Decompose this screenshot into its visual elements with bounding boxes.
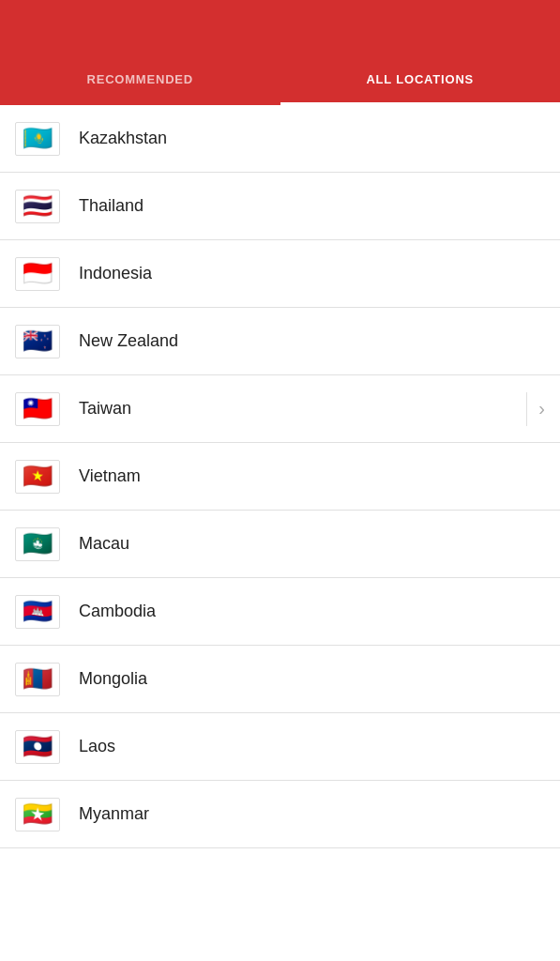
location-name-vietnam: Vietnam [79, 466, 545, 486]
location-item-thailand[interactable]: 🇹🇭Thailand [0, 173, 560, 240]
location-item-vietnam[interactable]: 🇻🇳Vietnam [0, 443, 560, 511]
location-item-macau[interactable]: 🇲🇴Macau [0, 511, 560, 578]
submenu-divider [526, 392, 527, 426]
location-name-myanmar: Myanmar [79, 804, 545, 824]
flag-new_zealand: 🇳🇿 [15, 325, 60, 358]
app-header [0, 0, 560, 56]
location-name-thailand: Thailand [79, 196, 545, 216]
tab-all-locations[interactable]: ALL LOCATIONS [280, 56, 561, 102]
tab-recommended[interactable]: RECOMMENDED [0, 56, 280, 102]
location-item-laos[interactable]: 🇱🇦Laos [0, 713, 560, 781]
location-name-kazakhstan: Kazakhstan [79, 129, 545, 148]
location-name-taiwan: Taiwan [79, 399, 526, 419]
location-name-new_zealand: New Zealand [79, 331, 545, 351]
flag-indonesia: 🇮🇩 [15, 257, 60, 291]
location-item-kazakhstan[interactable]: 🇰🇿Kazakhstan [0, 105, 560, 173]
flag-myanmar: 🇲🇲 [15, 798, 60, 831]
location-name-cambodia: Cambodia [79, 602, 545, 621]
location-name-macau: Macau [79, 534, 545, 554]
location-item-indonesia[interactable]: 🇮🇩Indonesia [0, 240, 560, 308]
location-item-myanmar[interactable]: 🇲🇲Myanmar [0, 781, 560, 848]
flag-cambodia: 🇰🇭 [15, 595, 60, 629]
location-item-mongolia[interactable]: 🇲🇳Mongolia [0, 646, 560, 713]
flag-mongolia: 🇲🇳 [15, 663, 60, 696]
tab-bar: RECOMMENDED ALL LOCATIONS [0, 56, 560, 105]
flag-thailand: 🇹🇭 [15, 190, 60, 223]
flag-laos: 🇱🇦 [15, 730, 60, 764]
location-list: 🇰🇿Kazakhstan🇹🇭Thailand🇮🇩Indonesia🇳🇿New Z… [0, 105, 560, 848]
flag-kazakhstan: 🇰🇿 [15, 122, 60, 156]
location-item-taiwan[interactable]: 🇹🇼Taiwan› [0, 375, 560, 443]
location-name-indonesia: Indonesia [79, 264, 545, 283]
location-name-laos: Laos [79, 737, 545, 756]
location-item-new_zealand[interactable]: 🇳🇿New Zealand [0, 308, 560, 375]
flag-vietnam: 🇻🇳 [15, 460, 60, 494]
chevron-taiwan: › [538, 398, 545, 419]
flag-macau: 🇲🇴 [15, 527, 60, 561]
location-name-mongolia: Mongolia [79, 669, 545, 689]
location-item-cambodia[interactable]: 🇰🇭Cambodia [0, 578, 560, 646]
flag-taiwan: 🇹🇼 [15, 392, 60, 426]
